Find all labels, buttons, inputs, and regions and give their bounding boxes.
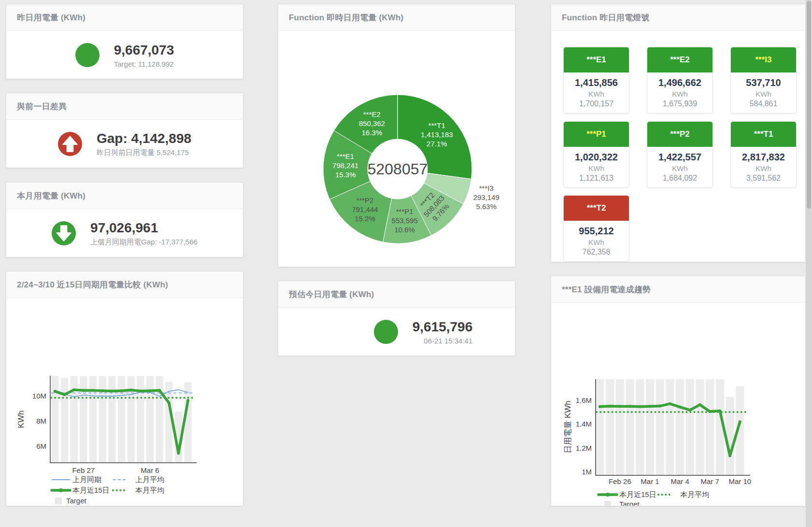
panel-day-gap: 與前一日差異 Gap: 4,142,898 昨日與前日用電量 5,524,175: [6, 93, 243, 168]
y-tick-label: 8M: [36, 417, 46, 425]
tile-unit: KWh: [588, 238, 604, 246]
comparison-line-chart[interactable]: 10M8M6MFeb 27Mar 6KWh上月同期上月平均本月近15日本月平均T…: [6, 298, 243, 506]
target-bar[interactable]: [596, 379, 604, 475]
light-tile-P2[interactable]: ***P21,422,557KWh1,684,092: [647, 121, 713, 188]
svg-text:1,413,183: 1,413,183: [421, 130, 453, 139]
legend-item-上月平均[interactable]: 上月平均: [113, 475, 164, 484]
target-bar[interactable]: [636, 379, 644, 475]
svg-text:5.63%: 5.63%: [476, 202, 497, 211]
tile-value: 1,422,557: [658, 151, 701, 163]
light-tile-header: ***P1: [564, 122, 629, 147]
svg-text:791,444: 791,444: [352, 205, 378, 214]
target-bar[interactable]: [666, 379, 674, 475]
target-bar[interactable]: [606, 379, 614, 475]
status-circle-icon: [374, 320, 398, 344]
donut-slice-label: ***I3293,1495.63%: [473, 184, 499, 211]
target-bar[interactable]: [676, 379, 684, 475]
x-tick-label: Mar 10: [728, 477, 751, 485]
target-bar[interactable]: [656, 379, 664, 475]
panel-header[interactable]: 與前一日差異: [6, 93, 243, 120]
legend-item-本月近15日[interactable]: 本月近15日: [598, 490, 656, 499]
kpi-row: 9,615,796 06-21 15:34:41: [305, 308, 515, 356]
panel-header[interactable]: 昨日用電量 (KWh): [6, 4, 243, 31]
target-bar[interactable]: [51, 376, 58, 463]
tile-value: 1,415,856: [575, 77, 618, 88]
panel-header[interactable]: ***E1 設備用電達成趨勢: [551, 276, 805, 303]
legend-item-本月近15日[interactable]: 本月近15日: [52, 486, 110, 494]
target-bar[interactable]: [108, 376, 115, 463]
target-bar[interactable]: [686, 379, 694, 475]
target-bar[interactable]: [616, 379, 624, 475]
y-tick-label: 1.2M: [576, 444, 592, 452]
kpi-value: Gap: 4,142,898: [97, 131, 191, 146]
panel-header[interactable]: Function 昨日用電燈號: [551, 4, 805, 31]
panel-header[interactable]: 預估今日用電量 (KWh): [278, 281, 515, 308]
light-tile-E2[interactable]: ***E21,496,662KWh1,675,939: [647, 47, 713, 114]
target-bar[interactable]: [646, 379, 654, 475]
svg-text:850,362: 850,362: [359, 119, 385, 128]
target-bar[interactable]: [726, 397, 734, 475]
panel-header[interactable]: 本月用電量 (KWh): [6, 183, 243, 209]
legend-item-本月平均[interactable]: 本月平均: [113, 486, 164, 494]
scrollbar-track[interactable]: [806, 0, 812, 527]
light-tile-I3[interactable]: ***I3537,710KWh584,861: [730, 47, 797, 114]
target-bar[interactable]: [137, 376, 144, 463]
kpi-row: 97,026,961 上個月同期用電Gap: -17,377,566: [6, 209, 243, 257]
panel-header[interactable]: Function 即時日用電量 (KWh): [278, 4, 515, 31]
target-bar[interactable]: [626, 379, 634, 475]
legend-label: 本月平均: [135, 486, 164, 494]
realtime-usage-donut-chart[interactable]: ***T11,413,18327.1%***I3293,1495.63%***T…: [278, 31, 515, 267]
svg-text:***P2: ***P2: [356, 196, 374, 204]
target-bar[interactable]: [185, 382, 192, 463]
tile-value: 537,710: [746, 77, 781, 88]
x-tick-label: Mar 6: [141, 466, 159, 474]
tile-unit: KWh: [755, 90, 771, 98]
donut-center-total: 5208057: [368, 160, 428, 178]
y-axis-title: KWh: [16, 411, 26, 428]
light-tile-header: ***E2: [647, 47, 712, 72]
tile-unit: KWh: [588, 164, 604, 172]
kpi-timestamp: 06-21 15:34:41: [413, 337, 473, 345]
tile-value: 2,817,832: [742, 151, 785, 163]
panel-header[interactable]: 2/24~3/10 近15日同期用電量比較 (KWh): [6, 271, 243, 298]
panel-title: 預估今日用電量 (KWh): [289, 289, 374, 300]
tile-value: 1,496,662: [658, 77, 701, 88]
svg-text:10.6%: 10.6%: [394, 226, 415, 234]
x-tick-label: Mar 4: [670, 477, 689, 485]
legend-item-本月平均[interactable]: 本月平均: [658, 490, 709, 499]
tile-target-value: 1,675,939: [663, 100, 697, 108]
light-tile-header: ***P2: [647, 122, 712, 147]
panel-15day-comparison-chart: 2/24~3/10 近15日同期用電量比較 (KWh) 10M8M6MFeb 2…: [6, 271, 243, 506]
target-bar[interactable]: [118, 376, 125, 463]
tile-unit: KWh: [672, 90, 688, 98]
x-tick-label: Feb 26: [609, 477, 631, 485]
y-tick-label: 10M: [32, 392, 46, 400]
target-bar[interactable]: [61, 378, 68, 463]
panel-estimate-today: 預估今日用電量 (KWh) 9,615,796 06-21 15:34:41: [278, 281, 515, 356]
scrollbar-thumb[interactable]: [807, 1, 811, 209]
kpi-value: 9,667,073: [114, 43, 174, 58]
e1-trend-line-chart[interactable]: 1.6M1.4M1.2M1MFeb 26Mar 1Mar 4Mar 7Mar 1…: [551, 303, 805, 506]
light-tile-header: ***T1: [731, 122, 796, 147]
target-bar[interactable]: [706, 379, 714, 475]
legend-item-Target[interactable]: Target: [55, 497, 87, 505]
target-bar[interactable]: [146, 376, 154, 463]
light-tile-T2[interactable]: ***T2955,212KWh762,358: [563, 195, 629, 262]
legend-item-Target[interactable]: Target: [604, 500, 640, 506]
svg-text:553,595: 553,595: [392, 216, 418, 225]
svg-text:***E1: ***E1: [337, 152, 354, 160]
light-tile-P1[interactable]: ***P11,020,322KWh1,121,613: [563, 121, 629, 188]
target-bar[interactable]: [99, 376, 106, 463]
panel-yesterday-usage: 昨日用電量 (KWh) 9,667,073 Target: 11,128,992: [6, 4, 243, 79]
tile-target-value: 762,358: [583, 248, 611, 256]
legend-item-上月同期[interactable]: 上月同期: [52, 475, 101, 484]
y-tick-label: 1.6M: [576, 396, 592, 404]
panel-title: ***E1 設備用電達成趨勢: [562, 284, 651, 295]
light-tile-E1[interactable]: ***E11,415,856KWh1,700,157: [563, 47, 629, 114]
target-bar[interactable]: [696, 379, 704, 475]
light-tile-header: ***T2: [564, 196, 629, 221]
panel-title: Function 即時日用電量 (KWh): [289, 12, 403, 23]
panel-realtime-donut: Function 即時日用電量 (KWh) ***T11,413,18327.1…: [278, 4, 515, 267]
light-tile-T1[interactable]: ***T12,817,832KWh3,591,562: [730, 121, 797, 188]
x-tick-label: Mar 1: [641, 477, 659, 485]
